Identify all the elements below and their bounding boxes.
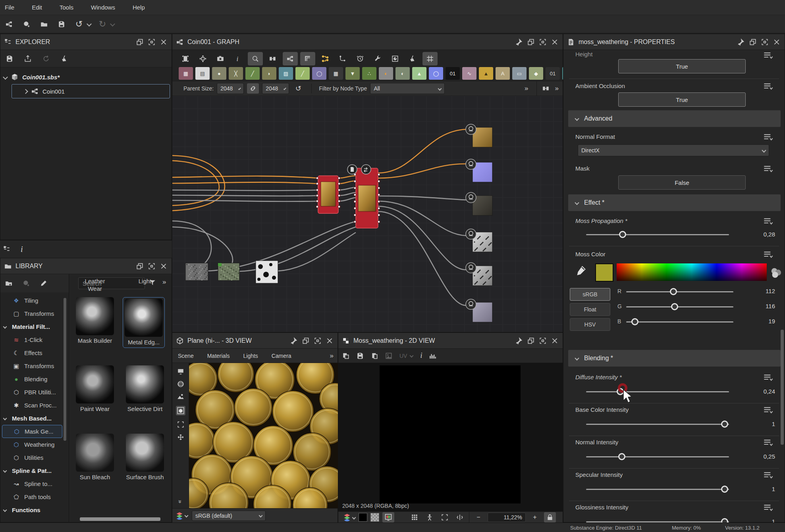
- add-filter-icon[interactable]: [20, 277, 32, 289]
- close-icon[interactable]: [551, 38, 559, 46]
- sidebar-item-tiling[interactable]: ❖Tiling: [2, 294, 62, 307]
- output-3d-badge-icon[interactable]: [466, 263, 476, 273]
- restore-icon[interactable]: [749, 38, 757, 46]
- display-settings-icon[interactable]: [177, 368, 184, 375]
- asset-thumbnail[interactable]: [76, 365, 114, 403]
- more-icon[interactable]: »: [555, 85, 559, 92]
- moss-propagation-slider[interactable]: [586, 234, 729, 235]
- redo-icon[interactable]: ↻: [96, 18, 108, 30]
- color-mode-srgb[interactable]: sRGB: [570, 288, 610, 301]
- library-asset-paint-wear[interactable]: Paint Wear: [74, 365, 116, 413]
- spline-node-icon[interactable]: ∿: [462, 67, 476, 80]
- tile-sampler-node-icon[interactable]: ▦: [329, 67, 343, 80]
- restore-icon[interactable]: [527, 38, 535, 46]
- grayscale-conversion-node-icon[interactable]: 01: [446, 67, 460, 80]
- library-list-scrollbar[interactable]: [64, 298, 66, 441]
- output-3d-badge-icon[interactable]: [466, 192, 476, 203]
- image-2d[interactable]: [380, 365, 521, 503]
- maximize-icon[interactable]: [539, 337, 547, 345]
- color-gradient-bar[interactable]: [617, 263, 767, 281]
- warp-node-icon[interactable]: ▨: [279, 67, 293, 80]
- color-display-icon[interactable]: [382, 512, 394, 522]
- library-asset-leather-wear[interactable]: LeatherWear: [74, 277, 116, 292]
- zoom-in-icon[interactable]: +: [529, 512, 541, 522]
- menu-help[interactable]: Help: [133, 4, 145, 11]
- channel-B-handle[interactable]: [631, 318, 638, 325]
- color-mode-hsv[interactable]: HSV: [570, 318, 610, 331]
- directional-blur-node-icon[interactable]: ◗: [262, 67, 276, 80]
- restore-icon[interactable]: [302, 337, 310, 345]
- save-icon[interactable]: [56, 18, 68, 30]
- render-viewport[interactable]: [189, 363, 338, 508]
- channel-G-handle[interactable]: [671, 303, 678, 310]
- preset-icon[interactable]: [763, 471, 773, 479]
- asset-thumbnail[interactable]: [76, 434, 114, 472]
- asset-thumbnail[interactable]: [76, 297, 114, 335]
- output-preview-icon[interactable]: [388, 52, 403, 65]
- frame-object-icon[interactable]: [177, 421, 184, 428]
- sidebar-item-mesh-based[interactable]: Mesh Based...: [2, 412, 62, 425]
- uv-mode-label[interactable]: UV: [399, 353, 407, 359]
- restore-icon[interactable]: [527, 337, 535, 345]
- zoom-field[interactable]: 11,22%: [488, 513, 526, 522]
- height-blend-node-icon[interactable]: ▼: [345, 67, 360, 80]
- output-3d-badge-icon[interactable]: [466, 299, 476, 309]
- more-icon[interactable]: »: [330, 352, 334, 360]
- base-color-intensity-handle[interactable]: [721, 421, 728, 428]
- clean-icon[interactable]: [405, 52, 420, 65]
- hsl-node-icon[interactable]: ◯: [429, 67, 443, 80]
- sidebar-item-1-click[interactable]: ≋1-Click: [2, 333, 62, 346]
- crop-node-icon[interactable]: ▭: [512, 67, 527, 80]
- channels-icon[interactable]: [343, 513, 351, 521]
- base-color-intensity-slider[interactable]: [586, 424, 729, 425]
- sidebar-item-spline-to[interactable]: ↝Spline to...: [2, 477, 62, 490]
- graph-canvas[interactable]: [172, 96, 563, 332]
- menu-edit[interactable]: Edit: [32, 4, 42, 11]
- output-3d-badge-icon[interactable]: [466, 159, 476, 169]
- close-icon[interactable]: [773, 38, 781, 46]
- colorspace-icon[interactable]: [176, 512, 183, 520]
- preset-icon[interactable]: [763, 165, 773, 173]
- info-icon[interactable]: i: [230, 52, 245, 65]
- info-tab-icon[interactable]: i: [21, 245, 23, 254]
- normal-format-dropdown[interactable]: DirectX: [578, 144, 769, 156]
- switch-node-icon[interactable]: 01: [546, 67, 560, 80]
- graph-view-icon[interactable]: [283, 52, 298, 65]
- menu-camera[interactable]: Camera: [272, 353, 291, 359]
- sidebar-item-effects[interactable]: ☾Effects: [2, 346, 62, 359]
- swap-badge-icon[interactable]: [361, 165, 371, 174]
- link-size-icon[interactable]: [247, 83, 259, 94]
- pin-icon[interactable]: [290, 337, 298, 345]
- strip-more-icon[interactable]: »: [177, 500, 184, 503]
- blending-section-header[interactable]: Blending *: [568, 350, 781, 367]
- preset-icon[interactable]: [763, 83, 773, 90]
- close-icon[interactable]: [326, 337, 334, 345]
- tools-icon[interactable]: [370, 52, 385, 65]
- save-image-icon[interactable]: [357, 352, 364, 359]
- outline-tab-icon[interactable]: [3, 246, 10, 253]
- layers-icon[interactable]: [300, 52, 315, 65]
- physical-size-icon[interactable]: [424, 512, 436, 522]
- grid-snap-icon[interactable]: [422, 52, 438, 65]
- export-icon[interactable]: [22, 53, 34, 65]
- maximize-icon[interactable]: [761, 38, 769, 46]
- asset-thumbnail[interactable]: [126, 365, 164, 403]
- scene-object-icon[interactable]: [176, 406, 185, 415]
- channel-R-handle[interactable]: [670, 288, 677, 295]
- library-asset-light[interactable]: Light: [124, 277, 166, 285]
- tree-row-package[interactable]: Coin001.sbs*: [0, 70, 172, 84]
- preset-icon[interactable]: [763, 406, 773, 414]
- preset-icon[interactable]: [763, 217, 773, 225]
- pin-icon[interactable]: [515, 38, 523, 46]
- tiling-view-icon[interactable]: [409, 512, 420, 522]
- toolbar-overflow-icon[interactable]: »: [525, 85, 528, 92]
- reset-size-icon[interactable]: ↺: [292, 83, 304, 94]
- sidebar-item-blending[interactable]: ●Blending: [2, 373, 62, 386]
- library-hscrollbar[interactable]: [80, 517, 160, 521]
- close-icon[interactable]: [160, 38, 168, 46]
- uv-menu-icon[interactable]: [410, 354, 414, 358]
- output-3d-badge-icon[interactable]: [466, 124, 476, 134]
- advanced-section-header[interactable]: Advanced: [568, 110, 781, 127]
- maximize-icon[interactable]: [314, 337, 322, 345]
- svg-node-icon[interactable]: ▤: [195, 67, 210, 80]
